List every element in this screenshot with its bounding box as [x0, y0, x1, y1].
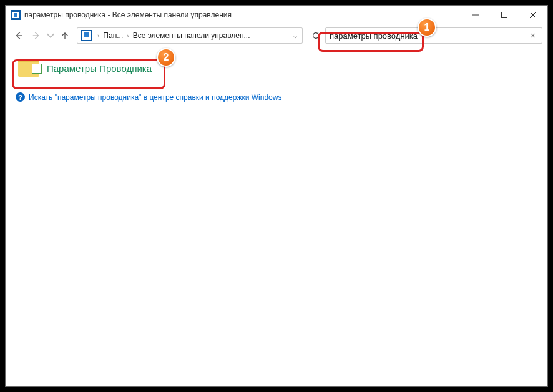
- search-input[interactable]: параметры проводника ×: [325, 27, 542, 44]
- svg-rect-1: [502, 12, 507, 18]
- breadcrumb-root[interactable]: Пан...: [102, 31, 124, 40]
- help-icon: ?: [16, 92, 25, 102]
- minimize-button[interactable]: [461, 6, 490, 24]
- recent-dropdown[interactable]: [46, 27, 56, 44]
- chevron-right-icon: ›: [124, 32, 131, 39]
- window-title: параметры проводника - Все элементы пане…: [24, 11, 232, 19]
- close-button[interactable]: [519, 6, 547, 24]
- folder-options-icon: [18, 59, 39, 77]
- divider: [16, 87, 537, 87]
- forward-button[interactable]: [28, 27, 44, 44]
- window-controls: [461, 6, 547, 24]
- clear-search-button[interactable]: ×: [528, 31, 538, 41]
- back-button[interactable]: [11, 27, 27, 44]
- address-bar[interactable]: › Пан... › Все элементы панели управлен.…: [77, 27, 303, 44]
- control-panel-icon: [11, 10, 21, 20]
- navigation-bar: › Пан... › Все элементы панели управлен.…: [6, 24, 547, 47]
- chevron-right-icon: ›: [95, 32, 102, 39]
- control-panel-window: параметры проводника - Все элементы пане…: [5, 5, 548, 387]
- up-button[interactable]: [57, 27, 73, 44]
- address-dropdown-icon[interactable]: ⌵: [290, 32, 301, 39]
- breadcrumb-current[interactable]: Все элементы панели управлен...: [132, 31, 252, 40]
- location-icon: [81, 30, 92, 41]
- help-link-text: Искать "параметры проводника" в центре с…: [29, 93, 281, 102]
- titlebar: параметры проводника - Все элементы пане…: [6, 6, 547, 24]
- search-value: параметры проводника: [330, 31, 418, 41]
- result-label: Параметры Проводника: [47, 63, 152, 74]
- result-item-explorer-options[interactable]: Параметры Проводника: [16, 56, 537, 81]
- help-search-link[interactable]: ? Искать "параметры проводника" в центре…: [16, 92, 537, 102]
- refresh-button[interactable]: [308, 27, 324, 44]
- content-area: Параметры Проводника ? Искать "параметры…: [6, 47, 547, 386]
- maximize-button[interactable]: [490, 6, 519, 24]
